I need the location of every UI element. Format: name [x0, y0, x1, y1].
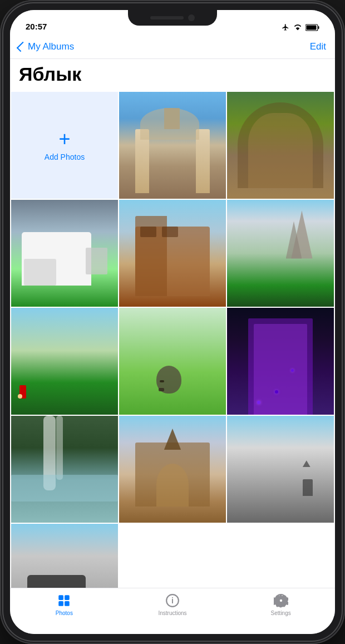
album-title: Яблык [10, 59, 335, 92]
photo-item[interactable] [227, 92, 334, 199]
photo-thumbnail [11, 308, 118, 415]
nav-bar: My Albums Edit [10, 35, 335, 59]
content-area: Яблык + Add Photos [10, 59, 335, 588]
tab-photos-icon [56, 593, 72, 608]
photo-item[interactable] [227, 200, 334, 307]
photo-item[interactable] [119, 92, 226, 199]
svg-rect-5 [59, 601, 64, 606]
photo-thumbnail [11, 200, 118, 307]
add-photos-label: Add Photos [45, 153, 85, 161]
status-icons [281, 23, 319, 31]
svg-rect-6 [65, 601, 70, 606]
photo-thumbnail [227, 308, 334, 415]
photo-thumbnail [119, 200, 226, 307]
add-photos-button[interactable]: + Add Photos [11, 92, 118, 199]
screen: 20:57 My A [10, 10, 335, 634]
tab-settings[interactable]: Settings [226, 593, 335, 616]
photo-thumbnail [11, 524, 118, 588]
tab-photos-label: Photos [56, 610, 73, 616]
back-chevron-icon [17, 41, 27, 51]
battery-icon [305, 24, 319, 31]
airplane-icon [281, 23, 290, 31]
svg-text:i: i [171, 596, 174, 605]
photo-thumbnail [11, 416, 118, 523]
svg-point-10 [279, 599, 283, 603]
tab-bar: Photos i Instructions [10, 588, 335, 634]
add-icon: + [58, 129, 70, 149]
photo-item[interactable] [11, 524, 118, 588]
photo-thumbnail [227, 92, 334, 199]
notch [128, 10, 217, 26]
tab-instructions-icon: i [165, 593, 180, 608]
photo-thumbnail [119, 92, 226, 199]
back-label: My Albums [28, 41, 74, 52]
tab-settings-icon [273, 593, 289, 608]
photo-thumbnail [119, 416, 226, 523]
photo-thumbnail [119, 308, 226, 415]
edit-button[interactable]: Edit [310, 41, 326, 52]
tab-instructions[interactable]: i Instructions [119, 593, 227, 616]
photo-grid: + Add Photos [10, 92, 335, 588]
phone-frame: 20:57 My A [0, 0, 345, 644]
photo-item[interactable] [119, 200, 226, 307]
speaker [150, 16, 184, 19]
back-button[interactable]: My Albums [19, 41, 74, 52]
photo-thumbnail [227, 416, 334, 523]
svg-rect-4 [65, 595, 70, 600]
front-camera [188, 14, 195, 21]
photo-item[interactable] [11, 308, 118, 415]
photo-item[interactable] [11, 416, 118, 523]
svg-rect-2 [307, 25, 317, 30]
tab-settings-label: Settings [271, 610, 291, 616]
tab-instructions-label: Instructions [158, 610, 186, 616]
photo-item[interactable] [11, 200, 118, 307]
wifi-icon [293, 23, 302, 31]
status-time: 20:57 [26, 22, 47, 31]
svg-rect-1 [318, 26, 319, 29]
svg-rect-3 [59, 595, 64, 600]
tab-photos[interactable]: Photos [10, 593, 119, 616]
photo-thumbnail [227, 200, 334, 307]
photo-item[interactable] [227, 308, 334, 415]
photo-item[interactable] [119, 308, 226, 415]
photo-item[interactable] [119, 416, 226, 523]
photo-item[interactable] [227, 416, 334, 523]
